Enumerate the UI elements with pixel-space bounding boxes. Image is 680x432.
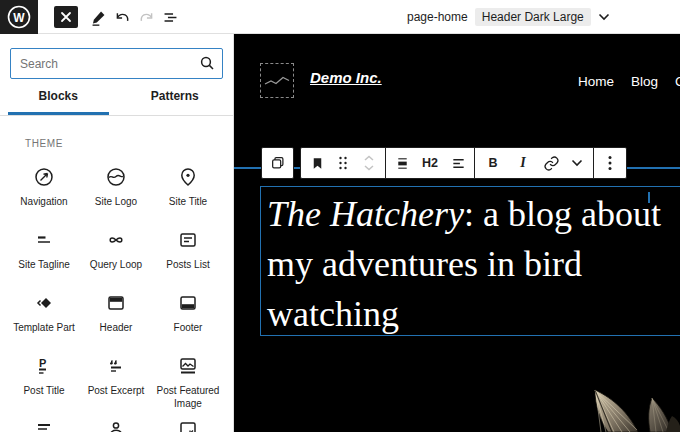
toolbar-group-options: [594, 148, 626, 178]
block-item-label: Header: [100, 322, 133, 335]
query-loop-icon: [104, 227, 128, 253]
vertical-align-icon: [395, 156, 410, 171]
post-comments-icon: [176, 416, 200, 432]
block-item-navigation[interactable]: Navigation: [8, 161, 80, 224]
edit-mode-button[interactable]: [86, 6, 110, 28]
text-align-left-icon: [451, 156, 466, 171]
heading-block[interactable]: The Hatchery: a blog about my adventures…: [267, 189, 680, 339]
text-caret: [648, 192, 650, 203]
close-inserter-button[interactable]: [54, 6, 78, 28]
post-content-icon: [32, 416, 56, 432]
close-icon: [60, 11, 72, 23]
drag-dots-icon: [338, 156, 348, 170]
parent-blocks-icon: [270, 155, 286, 171]
tab-patterns[interactable]: Patterns: [117, 85, 234, 115]
heading-level-button[interactable]: H2: [415, 148, 445, 178]
nav-item-blog[interactable]: Blog: [631, 74, 658, 89]
block-item-post-comments[interactable]: [152, 413, 224, 432]
block-item-post-author[interactable]: [80, 413, 152, 432]
block-item-query-loop[interactable]: Query Loop: [80, 224, 152, 287]
block-item-label: Site Tagline: [18, 259, 70, 272]
post-title-icon: P: [32, 353, 56, 379]
block-item-header[interactable]: Header: [80, 287, 152, 350]
redo-button[interactable]: [134, 6, 158, 28]
template-badge: Header Dark Large: [475, 8, 591, 26]
block-item-label: Post Featured Image: [152, 385, 224, 410]
italic-button[interactable]: I: [508, 148, 538, 178]
undo-button[interactable]: [110, 6, 134, 28]
link-icon: [543, 155, 560, 172]
document-title: page-home: [407, 10, 468, 24]
list-view-icon: [162, 10, 179, 25]
footer-icon: [176, 290, 200, 316]
more-formatting-button[interactable]: [564, 148, 590, 178]
block-item-label: Query Loop: [90, 259, 142, 272]
heading-italic-part: The Hatchery: [267, 194, 464, 234]
site-title-link[interactable]: Demo Inc.: [310, 69, 382, 86]
undo-icon: [114, 10, 131, 25]
heading-regular-part: : a blog about: [464, 194, 661, 234]
block-item-label: Site Title: [169, 196, 207, 209]
block-item-posts-list[interactable]: Posts List: [152, 224, 224, 287]
block-item-post-excerpt[interactable]: Post Excerpt: [80, 350, 152, 413]
toolbar-group-format: B I: [475, 148, 594, 178]
block-item-label: Posts List: [166, 259, 209, 272]
block-item-post-title[interactable]: P Post Title: [8, 350, 80, 413]
block-item-label: Template Part: [13, 322, 75, 335]
toolbar-group-heading: H2: [386, 148, 475, 178]
block-toolbar: H2 B I: [300, 147, 627, 179]
move-up-down-icon: [363, 154, 375, 172]
site-logo-icon: [104, 164, 128, 190]
select-parent-block-button[interactable]: [261, 147, 294, 179]
heading-line-2: my adventures in bird: [267, 239, 680, 289]
vertical-align-button[interactable]: [389, 148, 415, 178]
pencil-icon: [90, 9, 107, 26]
block-item-label: Post Title: [23, 385, 64, 398]
block-grid: Navigation Site Logo Site Title Site Tag…: [8, 161, 233, 432]
site-logo-placeholder[interactable]: [260, 63, 294, 98]
list-view-button[interactable]: [158, 6, 182, 28]
post-author-icon: [104, 416, 128, 432]
redo-icon: [138, 10, 155, 25]
logo-sparkline-icon: [264, 74, 290, 88]
block-item-site-title[interactable]: Site Title: [152, 161, 224, 224]
block-item-post-featured-image[interactable]: Post Featured Image: [152, 350, 224, 413]
block-switcher-button[interactable]: [304, 148, 330, 178]
nav-item-home[interactable]: Home: [578, 74, 614, 89]
document-switcher[interactable]: page-home Header Dark Large: [407, 0, 610, 34]
heading-line-1: The Hatchery: a blog about: [267, 189, 680, 239]
site-title-icon: [176, 164, 200, 190]
link-button[interactable]: [538, 148, 564, 178]
nav-item-contact[interactable]: Contact: [675, 74, 680, 89]
chevron-down-icon: [571, 159, 583, 167]
wordpress-site-editor: W: [0, 0, 680, 432]
block-item-label: Post Excerpt: [88, 385, 145, 398]
heading-block-icon: [310, 156, 325, 171]
tab-blocks[interactable]: Blocks: [0, 85, 117, 115]
block-mover-buttons[interactable]: [356, 148, 382, 178]
block-item-post-content[interactable]: [8, 413, 80, 432]
svg-text:W: W: [13, 11, 25, 25]
block-item-site-logo[interactable]: Site Logo: [80, 161, 152, 224]
search-icon: [199, 55, 215, 71]
editor-canvas: Demo Inc. Home Blog Contact: [234, 34, 680, 432]
site-tagline-icon: [32, 227, 56, 253]
wordpress-logo[interactable]: W: [0, 0, 38, 34]
navigation-icon: [32, 164, 56, 190]
block-options-button[interactable]: [597, 148, 623, 178]
bird-image: [568, 372, 680, 432]
svg-text:P: P: [39, 357, 46, 369]
block-item-footer[interactable]: Footer: [152, 287, 224, 350]
block-item-label: Navigation: [20, 196, 67, 209]
wordpress-logo-icon: W: [6, 4, 32, 30]
site-navigation: Home Blog Contact: [578, 74, 680, 89]
block-item-site-tagline[interactable]: Site Tagline: [8, 224, 80, 287]
kebab-menu-icon: [608, 155, 612, 171]
post-featured-image-icon: [176, 353, 200, 379]
drag-handle[interactable]: [330, 148, 356, 178]
search-input[interactable]: [10, 48, 223, 79]
block-item-template-part[interactable]: Template Part: [8, 287, 80, 350]
bold-button[interactable]: B: [478, 148, 508, 178]
editor-topbar: W: [0, 0, 680, 34]
text-align-button[interactable]: [445, 148, 471, 178]
